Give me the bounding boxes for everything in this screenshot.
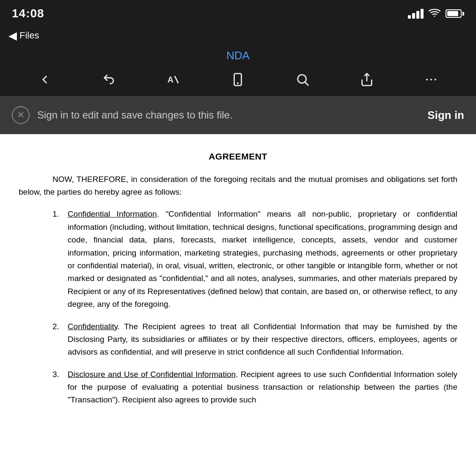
wifi-icon [429,8,440,19]
status-time: 14:08 [12,7,44,20]
doc-section-1: 1. Confidential Information. "Confidenti… [19,208,457,311]
doc-section-2-body: The Recipient agrees to treat all Confid… [68,322,457,357]
document-title: NDA [226,49,250,62]
doc-section-1-content: Confidential Information. "Confidential … [68,208,457,311]
svg-point-8 [426,79,428,80]
title-bar: NDA [0,47,476,66]
toolbar: A [0,66,476,96]
svg-point-5 [297,75,306,83]
svg-line-2 [175,76,179,83]
doc-section-1-heading: Confidential Information [68,209,157,218]
status-icons [408,8,464,19]
signin-message: Sign in to edit and save changes to this… [37,108,420,122]
toolbar-undo-icon[interactable] [102,72,116,87]
back-label: Files [19,30,39,41]
svg-point-9 [430,79,432,80]
doc-section-2-num: 2. [19,320,68,359]
doc-section-2: 2. Confidentiality. The Recipient agrees… [19,320,457,359]
doc-intro-paragraph: NOW, THEREFORE, in consideration of the … [19,173,457,199]
doc-section-3-content: Disclosure and Use of Confidential Infor… [68,368,457,407]
doc-agreement-title: AGREEMENT [19,149,457,164]
toolbar-more-icon[interactable] [424,72,438,87]
status-bar: 14:08 [0,0,476,25]
back-arrow-icon: ◀ [8,30,17,41]
back-button[interactable]: ◀ Files [8,30,39,41]
toolbar-back-icon[interactable] [38,72,52,87]
toolbar-annotate-icon[interactable]: A [166,72,181,87]
doc-section-3-num: 3. [19,368,68,407]
doc-section-3-heading: Disclosure and Use of Confidential Infor… [68,370,236,379]
signin-close-button[interactable]: ✕ [12,106,30,124]
signin-banner: ✕ Sign in to edit and save changes to th… [0,96,476,134]
toolbar-device-icon[interactable] [231,72,245,87]
svg-text:A: A [168,75,173,84]
toolbar-search-icon[interactable] [295,72,310,87]
document-body: AGREEMENT NOW, THEREFORE, in considerati… [0,134,476,433]
doc-section-1-body: "Confidential Information" means all non… [68,209,457,308]
doc-section-2-heading: Confidentiality [68,322,118,331]
svg-line-6 [305,82,308,85]
toolbar-share-icon[interactable] [360,72,374,87]
signal-bars-icon [408,9,424,19]
svg-point-10 [435,79,436,80]
signin-button[interactable]: Sign in [427,109,464,122]
doc-section-3: 3. Disclosure and Use of Confidential In… [19,368,457,407]
doc-section-2-content: Confidentiality. The Recipient agrees to… [68,320,457,359]
nav-bar: ◀ Files [0,25,476,47]
doc-section-1-num: 1. [19,208,68,311]
battery-icon [446,9,464,18]
svg-point-0 [434,16,435,17]
